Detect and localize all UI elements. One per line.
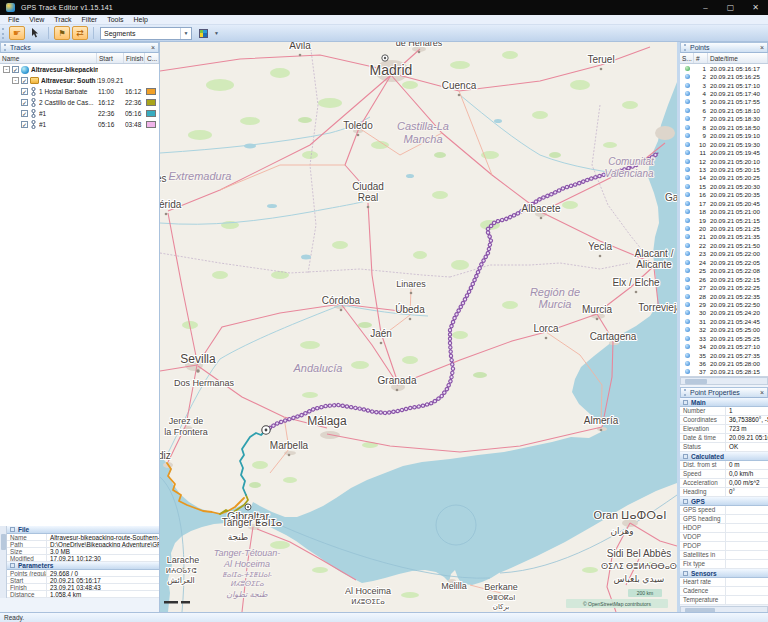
file-row[interactable]: NameAltravesur-bikepacking-route-Souther… — [7, 534, 159, 541]
point-row[interactable]: 2020.09.21 05:21:25 — [680, 224, 768, 232]
maximize-button[interactable]: ▢ — [718, 0, 743, 15]
checkbox[interactable]: ✓ — [21, 110, 28, 117]
point-row[interactable]: 1520.09.21 05:20:30 — [680, 182, 768, 190]
menu-help[interactable]: Help — [128, 16, 152, 23]
parameter-row[interactable]: Start20.09.21 05:16:17 — [7, 577, 159, 584]
point-row[interactable]: 820.09.21 05:18:50 — [680, 123, 768, 131]
track-row[interactable]: ✓#105:1603:48 — [0, 119, 159, 130]
property-row[interactable]: Dist. from st0 m — [680, 461, 768, 470]
tracks-col-1[interactable]: Start — [97, 53, 124, 63]
map-canvas[interactable]: ExtremaduraCastilla-LaManchaAndalucíaReg… — [160, 42, 677, 612]
parameter-row[interactable]: Distance1.058,4 km — [7, 591, 159, 598]
point-row[interactable]: 720.09.21 05:18:30 — [680, 115, 768, 123]
menu-filter[interactable]: Filter — [77, 16, 103, 23]
track-row[interactable]: ✓#122:3605:16 — [0, 108, 159, 119]
close-button[interactable]: ✕ — [743, 0, 768, 15]
point-row[interactable]: 2420.09.21 05:22:05 — [680, 258, 768, 266]
point-row[interactable]: 1320.09.21 05:20:15 — [680, 165, 768, 173]
property-row[interactable]: Acceleration0,00 m/s^2 — [680, 479, 768, 488]
property-row[interactable]: Coordinates36,753860°, -5,147760° — [680, 416, 768, 425]
tracks-close-icon[interactable]: × — [151, 44, 155, 51]
point-row[interactable]: 520.09.21 05:17:55 — [680, 98, 768, 106]
point-row[interactable]: 2820.09.21 05:22:35 — [680, 292, 768, 300]
properties-section-header[interactable]: Main — [680, 398, 768, 407]
points-hscrollbar[interactable] — [680, 377, 768, 385]
property-row[interactable]: Heading0° — [680, 488, 768, 497]
pan-tool-button[interactable]: ☛ — [9, 26, 25, 40]
minimize-button[interactable]: – — [693, 0, 718, 15]
checkbox[interactable]: ✓ — [21, 121, 28, 128]
point-row[interactable]: 1120.09.21 05:19:45 — [680, 148, 768, 156]
track-row[interactable]: ✓1 Hostal Barbate11:0016:12 — [0, 86, 159, 97]
point-row[interactable]: 2920.09.21 05:22:50 — [680, 300, 768, 308]
property-row[interactable]: Speed0,0 km/h — [680, 470, 768, 479]
file-row[interactable]: PathD:\OneDrive\Bikepacking Adventure\GP… — [7, 541, 159, 548]
point-row[interactable]: 1020.09.21 05:19:30 — [680, 140, 768, 148]
track-color-swatch[interactable] — [146, 99, 156, 106]
menu-track[interactable]: Track — [49, 16, 76, 23]
directions-toggle-button[interactable]: ⇄ — [72, 26, 88, 40]
select-tool-button[interactable] — [27, 26, 43, 40]
parameter-row[interactable]: Points (regular / f29.668 / 0 — [7, 570, 159, 577]
points-col-1[interactable]: # — [694, 53, 708, 63]
menu-tools[interactable]: Tools — [102, 16, 128, 23]
point-row[interactable]: 3420.09.21 05:27:10 — [680, 342, 768, 350]
property-row[interactable]: Satellites in — [680, 551, 768, 560]
property-row[interactable]: PDOP — [680, 542, 768, 551]
structure-mode-select[interactable]: Segments ▼ — [100, 27, 192, 40]
point-row[interactable]: 3320.09.21 05:25:25 — [680, 334, 768, 342]
menu-file[interactable]: File — [3, 16, 24, 23]
property-row[interactable]: Heart rate — [680, 578, 768, 587]
point-row[interactable]: 1420.09.21 05:20:25 — [680, 174, 768, 182]
point-row[interactable]: 1220.09.21 05:20:10 — [680, 157, 768, 165]
checkbox[interactable]: ✓ — [21, 77, 28, 84]
checkbox[interactable]: ✓ — [21, 99, 28, 106]
expander-icon[interactable]: - — [3, 66, 10, 73]
properties-section-header[interactable]: Sensors — [680, 569, 768, 578]
menu-view[interactable]: View — [24, 16, 49, 23]
property-row[interactable]: GPS heading — [680, 515, 768, 524]
points-close-icon[interactable]: × — [760, 44, 764, 51]
point-row[interactable]: 120.09.21 05:16:17 — [680, 64, 768, 72]
property-row[interactable]: Fix type — [680, 560, 768, 569]
tracks-col-0[interactable]: Name — [0, 53, 97, 63]
points-col-2[interactable]: Date/time — [708, 53, 768, 63]
point-row[interactable]: 2720.09.21 05:22:25 — [680, 283, 768, 291]
properties-scrollbar[interactable] — [0, 526, 7, 598]
point-properties-close-icon[interactable]: × — [760, 389, 764, 396]
point-row[interactable]: 3620.09.21 05:28:00 — [680, 359, 768, 367]
property-row[interactable]: Number1 — [680, 407, 768, 416]
point-row[interactable]: 2320.09.21 05:22:00 — [680, 250, 768, 258]
track-color-swatch[interactable] — [146, 121, 156, 128]
property-row[interactable]: Temperature — [680, 596, 768, 605]
parameters-section-header[interactable]: Parameters — [7, 562, 159, 570]
tracks-col-2[interactable]: Finish — [124, 53, 145, 63]
property-row[interactable]: GPS speed — [680, 506, 768, 515]
point-row[interactable]: 1920.09.21 05:21:15 — [680, 216, 768, 224]
track-color-swatch[interactable] — [146, 88, 156, 95]
property-row[interactable]: VDOP — [680, 533, 768, 542]
file-row[interactable]: Modified17.09.21 10:12:30 — [7, 555, 159, 562]
point-row[interactable]: 3120.09.21 05:24:45 — [680, 317, 768, 325]
waypoints-toggle-button[interactable]: ⚑ — [54, 26, 70, 40]
file-section-header[interactable]: File — [7, 526, 159, 534]
property-row[interactable]: Cadence — [680, 587, 768, 596]
track-row[interactable]: ✓2 Castillo de Cas...16:1222:36 — [0, 97, 159, 108]
map-attribution[interactable]: © OpenStreetMap contributors — [583, 601, 651, 607]
point-row[interactable]: 1620.09.21 05:20:35 — [680, 191, 768, 199]
point-row[interactable]: 3720.09.21 05:28:15 — [680, 368, 768, 376]
checkbox[interactable]: ✓ — [21, 88, 28, 95]
points-column-header[interactable]: S...#Date/time — [680, 53, 768, 64]
point-row[interactable]: 2220.09.21 05:21:50 — [680, 241, 768, 249]
point-row[interactable]: 1820.09.21 05:21:00 — [680, 207, 768, 215]
point-row[interactable]: 320.09.21 05:17:10 — [680, 81, 768, 89]
color-mode-button[interactable] — [195, 26, 211, 40]
point-row[interactable]: 3020.09.21 05:24:20 — [680, 309, 768, 317]
point-row[interactable]: 2620.09.21 05:22:15 — [680, 275, 768, 283]
point-row[interactable]: 620.09.21 05:18:10 — [680, 106, 768, 114]
properties-section-header[interactable]: Calculated — [680, 452, 768, 461]
expander-icon[interactable]: - — [12, 77, 19, 84]
properties-section-header[interactable]: GPS — [680, 497, 768, 506]
parameter-row[interactable]: Finish23.09.21 03:48:43 — [7, 584, 159, 591]
track-row[interactable]: -✓Altravesur: South S...19.09.21 — [0, 75, 159, 86]
